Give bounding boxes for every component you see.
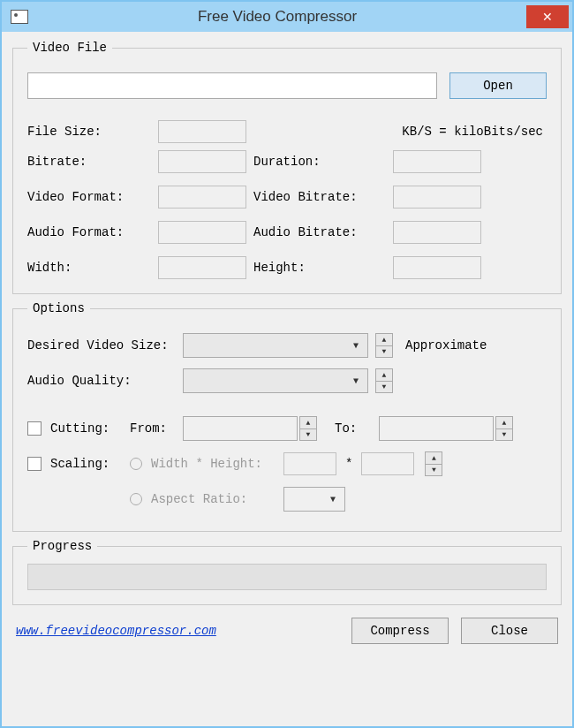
down-arrow-icon[interactable]: ▼: [375, 381, 393, 394]
audio-quality-spinner[interactable]: ▲ ▼: [375, 368, 393, 393]
window-close-button[interactable]: ✕: [526, 5, 569, 28]
approximate-label: Approximate: [405, 338, 487, 353]
audio-bitrate-label: Audio Bitrate:: [253, 225, 386, 239]
window-title: Free Video Compressor: [28, 8, 526, 26]
file-size-label: File Size:: [27, 125, 151, 139]
video-bitrate-value: [393, 186, 481, 209]
video-format-label: Video Format:: [27, 190, 151, 204]
aspect-combo[interactable]: ▼: [283, 487, 345, 512]
options-group: Options Desired Video Size: ▼ ▲ ▼ Approx…: [12, 301, 562, 532]
up-arrow-icon[interactable]: ▲: [375, 333, 393, 345]
to-label: To:: [335, 421, 370, 436]
from-spinbox[interactable]: ▲ ▼: [183, 416, 317, 441]
footer: www.freevideocompressor.com Compress Clo…: [12, 612, 562, 644]
audio-format-value: [158, 221, 246, 244]
progress-legend: Progress: [27, 539, 97, 553]
client-area: Video File Open File Size: KB/S = kiloBi…: [2, 32, 572, 726]
bitrate-label: Bitrate:: [27, 155, 151, 169]
down-arrow-icon[interactable]: ▼: [299, 428, 317, 442]
down-arrow-icon[interactable]: ▼: [375, 345, 393, 359]
scaling-label: Scaling:: [50, 457, 121, 471]
up-arrow-icon[interactable]: ▲: [495, 416, 513, 428]
cutting-checkbox[interactable]: [27, 421, 42, 436]
video-format-value: [158, 186, 246, 209]
desired-size-spinner[interactable]: ▲ ▼: [375, 333, 393, 358]
desired-size-combo[interactable]: ▼: [183, 333, 368, 358]
audio-format-label: Audio Format:: [27, 225, 151, 239]
audio-quality-label: Audio Quality:: [27, 374, 177, 388]
up-arrow-icon[interactable]: ▲: [299, 416, 317, 428]
file-size-value: [158, 120, 246, 143]
progress-group: Progress: [12, 539, 562, 605]
chevron-down-icon: ▼: [348, 376, 364, 386]
width-label: Width:: [27, 261, 151, 275]
chevron-down-icon: ▼: [325, 495, 341, 504]
up-arrow-icon[interactable]: ▲: [375, 368, 393, 381]
from-label: From:: [130, 421, 174, 436]
scale-width-value: [283, 452, 336, 475]
duration-value: [393, 150, 481, 173]
file-path-input[interactable]: [27, 72, 437, 99]
desired-size-label: Desired Video Size:: [27, 338, 177, 353]
app-icon: [11, 10, 28, 24]
to-spinbox[interactable]: ▲ ▼: [379, 416, 513, 441]
scale-height-value: [361, 452, 414, 475]
progress-bar: [27, 564, 547, 590]
scale-spinner[interactable]: ▲ ▼: [425, 451, 442, 476]
star-label: *: [345, 457, 352, 471]
kb-note: KB/S = kiloBits/sec: [253, 125, 547, 139]
wh-radio[interactable]: [130, 458, 142, 470]
video-file-group: Video File Open File Size: KB/S = kiloBi…: [12, 41, 562, 294]
video-bitrate-label: Video Bitrate:: [253, 190, 386, 204]
open-button[interactable]: Open: [449, 72, 547, 99]
down-arrow-icon[interactable]: ▼: [425, 464, 442, 477]
aspect-label: Aspect Ratio:: [151, 492, 275, 506]
app-window: Free Video Compressor ✕ Video File Open …: [0, 0, 574, 728]
aspect-radio[interactable]: [130, 493, 142, 505]
duration-label: Duration:: [253, 155, 386, 169]
titlebar: Free Video Compressor ✕: [2, 2, 572, 32]
close-button[interactable]: Close: [461, 618, 558, 644]
close-icon: ✕: [542, 10, 553, 24]
up-arrow-icon[interactable]: ▲: [425, 451, 442, 464]
width-value: [158, 256, 246, 279]
audio-quality-combo[interactable]: ▼: [183, 368, 368, 393]
audio-bitrate-value: [393, 221, 481, 244]
height-value: [393, 256, 481, 279]
bitrate-value: [158, 150, 246, 173]
height-label: Height:: [253, 261, 386, 275]
down-arrow-icon[interactable]: ▼: [495, 428, 513, 442]
wh-label: Width * Height:: [151, 457, 275, 471]
chevron-down-icon: ▼: [348, 341, 364, 351]
cutting-label: Cutting:: [50, 421, 121, 436]
video-file-legend: Video File: [27, 41, 112, 55]
compress-button[interactable]: Compress: [351, 618, 449, 644]
website-link[interactable]: www.freevideocompressor.com: [16, 624, 216, 638]
options-legend: Options: [27, 301, 90, 315]
scaling-checkbox[interactable]: [27, 457, 42, 471]
